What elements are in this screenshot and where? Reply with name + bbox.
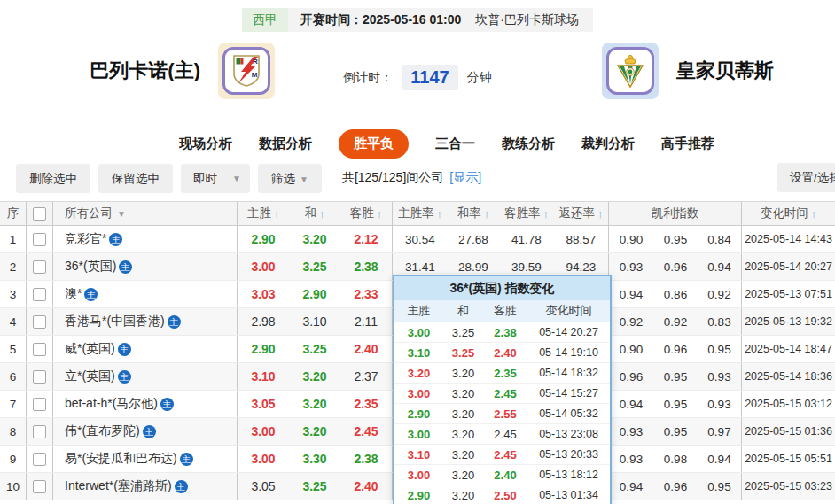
row-checkbox[interactable]: [33, 288, 46, 301]
kelly-cell: 0.86: [653, 281, 698, 307]
row-number: 8: [0, 418, 27, 445]
row-checkbox[interactable]: [33, 453, 46, 466]
company-name[interactable]: 36*(英国)主: [53, 253, 238, 280]
column-header-8[interactable]: 客胜率↑: [499, 202, 554, 225]
rate-cell: 30.54: [393, 226, 448, 252]
odds-cell: 2.12: [340, 226, 393, 252]
popup-odds-cell: 2.35: [483, 367, 527, 380]
host-badge-icon: 主: [119, 260, 132, 274]
select-all-checkbox[interactable]: [33, 207, 46, 221]
popup-row: 3.103.252.4005-14 19:10: [394, 342, 610, 362]
company-count: 共[125/125]间公司: [342, 170, 443, 186]
row-checkbox[interactable]: [33, 260, 46, 274]
row-checkbox[interactable]: [33, 343, 46, 356]
countdown-unit: 分钟: [467, 70, 492, 86]
popup-change-time: 05-14 05:32: [527, 407, 610, 420]
column-header-3[interactable]: 主胜↑: [238, 202, 289, 225]
sort-arrow-icon: ↑: [319, 207, 325, 221]
company-name[interactable]: 澳*主: [53, 281, 238, 307]
column-header-2[interactable]: 所有公司▼: [53, 202, 238, 225]
row-number: 6: [0, 363, 27, 390]
row-number: 5: [0, 336, 27, 362]
tab-6[interactable]: 高手推荐: [661, 136, 714, 152]
rate-cell: 27.68: [448, 226, 499, 252]
kelly-cell: 0.90: [609, 336, 653, 362]
table-header-row: 序所有公司▼主胜↑和↑客胜↑主胜率↑和率↑客胜率↑返还率↑凯利指数变化时间↑: [0, 201, 835, 226]
tab-2[interactable]: 胜平负: [339, 129, 409, 159]
popup-odds-cell: 2.50: [483, 489, 527, 502]
odds-cell: 2.40: [340, 473, 393, 500]
odds-cell: 3.25: [289, 253, 340, 280]
popup-change-time: 05-13 18:12: [527, 469, 610, 481]
row-checkbox-cell: [27, 336, 53, 362]
filter-dropdown[interactable]: 筛选▼: [258, 164, 322, 193]
row-checkbox[interactable]: [33, 398, 46, 411]
odds-cell: 3.20: [289, 418, 340, 445]
kelly-cell: 0.93: [698, 391, 742, 417]
row-number: 1: [0, 226, 27, 252]
instant-dropdown[interactable]: 即时▼: [181, 164, 250, 193]
company-name[interactable]: bet-at-h*(马尔他)主: [53, 391, 238, 417]
kelly-cell: 0.93: [698, 363, 742, 390]
company-name[interactable]: Interwet*(塞浦路斯)主: [53, 473, 238, 500]
column-header-11[interactable]: 变化时间↑: [742, 202, 835, 225]
popup-odds-cell: 3.20: [443, 428, 483, 441]
column-header-4[interactable]: 和↑: [289, 202, 340, 225]
column-header-6[interactable]: 主胜率↑: [393, 202, 448, 225]
away-team-name: 皇家贝蒂斯: [676, 58, 774, 84]
show-link[interactable]: [显示]: [449, 170, 481, 186]
change-time: 2025-05-15 03:12: [742, 391, 835, 417]
row-checkbox[interactable]: [33, 315, 46, 329]
league-badge: 西甲: [242, 8, 288, 32]
row-checkbox-cell: [27, 473, 53, 500]
tab-4[interactable]: 教练分析: [502, 136, 555, 152]
popup-body: 3.003.252.3805-14 20:273.103.252.4005-14…: [394, 322, 610, 504]
tab-1[interactable]: 数据分析: [259, 136, 312, 152]
company-name[interactable]: 立*(英国)主: [53, 363, 238, 390]
kelly-cell: 0.95: [653, 363, 698, 390]
row-checkbox-cell: [27, 226, 53, 252]
odds-cell: 3.30: [289, 446, 340, 472]
tab-5[interactable]: 裁判分析: [581, 136, 635, 152]
row-checkbox[interactable]: [33, 370, 46, 384]
table-row[interactable]: 1竞彩官*主2.903.202.1230.5427.6841.7888.570.…: [0, 226, 835, 253]
away-team: 皇家贝蒂斯: [602, 41, 828, 101]
company-name[interactable]: 竞彩官*主: [53, 226, 238, 252]
company-name[interactable]: 伟*(直布罗陀)主: [53, 418, 238, 445]
delete-selected-button[interactable]: 删除选中: [16, 164, 90, 193]
odds-cell: 2.40: [340, 336, 393, 362]
tab-0[interactable]: 现场分析: [179, 136, 232, 152]
sort-arrow-icon: ↑: [597, 207, 604, 221]
change-time: 2025-05-14 14:43: [742, 226, 835, 252]
change-time: 2025-05-15 05:51: [742, 446, 835, 472]
column-header-7[interactable]: 和率↑: [448, 202, 499, 225]
kelly-cell: 0.93: [609, 446, 653, 472]
row-checkbox[interactable]: [33, 233, 46, 246]
popup-odds-cell: 3.25: [443, 326, 483, 339]
venue: 坎普·巴列卡斯球场: [475, 12, 579, 28]
popup-header-row: 主胜和客胜变化时间: [394, 300, 610, 322]
company-name[interactable]: 易*(安提瓜和巴布达)主: [53, 446, 238, 472]
company-name[interactable]: 威*(英国)主: [53, 336, 238, 362]
popup-odds-cell: 3.20: [443, 387, 483, 400]
column-header-1[interactable]: [27, 202, 53, 225]
odds-cell: 2.98: [238, 308, 289, 335]
settings-select-button[interactable]: 设置/选择: [777, 163, 835, 192]
row-checkbox[interactable]: [33, 425, 46, 438]
row-checkbox-cell: [27, 446, 53, 472]
company-name[interactable]: 香港马*(中国香港)主: [53, 308, 238, 335]
kelly-cell: 0.84: [698, 226, 742, 252]
odds-cell: 2.90: [238, 336, 289, 362]
row-number: 2: [0, 253, 27, 280]
keep-selected-button[interactable]: 保留选中: [98, 164, 173, 193]
popup-odds-cell: 3.25: [443, 346, 483, 360]
kelly-cell: 0.94: [698, 446, 742, 472]
popup-row: 3.003.252.3805-14 20:27: [394, 322, 610, 342]
column-header-5[interactable]: 客胜↑: [340, 202, 393, 225]
kelly-cell: 0.98: [653, 446, 698, 472]
row-checkbox[interactable]: [33, 480, 46, 493]
column-header-9[interactable]: 返还率↑: [554, 202, 609, 225]
tab-3[interactable]: 三合一: [435, 136, 475, 152]
kelly-cell: 0.94: [609, 391, 653, 417]
popup-change-time: 05-13 01:34: [527, 489, 610, 501]
